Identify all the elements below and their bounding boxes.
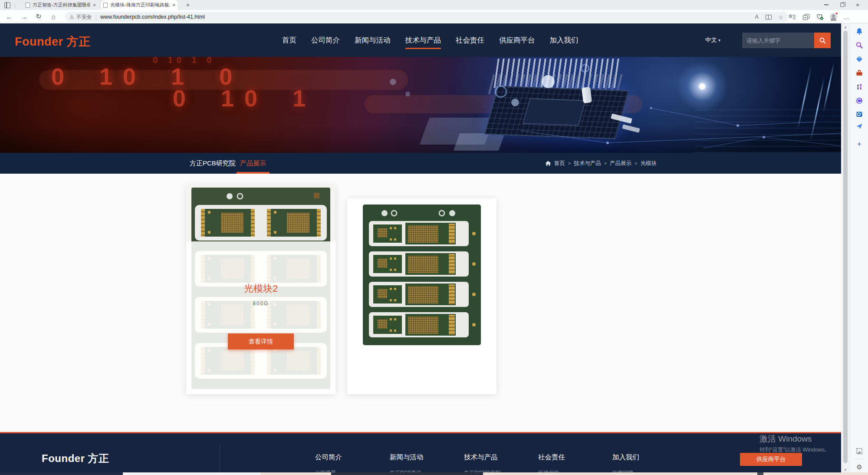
scrollbar-thumb[interactable] [843, 31, 848, 463]
send-plane-icon[interactable] [855, 122, 864, 131]
page-viewport: Founder方正 首页 公司简介 新闻与活动 技术与产品 社会责任 供应商平台… [0, 23, 841, 475]
active-underline [405, 48, 441, 49]
footer-link[interactable]: 校园招聘 [612, 469, 686, 472]
hero-banner: 0 10 1 0 0 10 1 0 0 10 1 [0, 57, 841, 153]
product-spec: 800G [186, 300, 335, 307]
product-list: 光模块2 800G 查看详情 [0, 174, 841, 432]
divider [854, 459, 865, 459]
divider [220, 445, 220, 472]
screenshot-snip-icon[interactable] [855, 447, 864, 455]
product-card-optical-module[interactable] [347, 198, 496, 394]
footer-col-title[interactable]: 技术与产品 [464, 453, 538, 462]
tab-actions-icon[interactable] [4, 2, 10, 8]
refresh-button[interactable]: ↻ [33, 11, 44, 22]
site-logo[interactable]: Founder方正 [15, 34, 91, 49]
product-card-optical-module-2[interactable]: 光模块2 800G 查看详情 [186, 185, 335, 394]
home-button[interactable]: ⌂ [48, 11, 59, 22]
crumb-tech[interactable]: 技术与产品 [574, 160, 601, 167]
back-button[interactable]: ← [3, 11, 15, 22]
view-details-button[interactable]: 查看详情 [228, 333, 294, 350]
search-input[interactable] [742, 33, 814, 48]
browser-tab-2-active[interactable]: 光模块-珠海方正印刷电路板发展 × [101, 0, 178, 10]
page-icon [103, 3, 108, 8]
footer-col-title[interactable]: 社会责任 [538, 453, 612, 462]
new-tab-button[interactable]: + [183, 0, 193, 10]
footer-col-title[interactable]: 加入我们 [612, 453, 686, 462]
favorite-star-icon[interactable]: ☆ [779, 14, 783, 20]
settings-gear-icon[interactable]: ⚙ [855, 463, 864, 472]
toolbox-icon[interactable] [855, 69, 864, 77]
forward-button[interactable]: → [18, 11, 30, 22]
footer-col-title[interactable]: 新闻与活动 [390, 453, 464, 462]
nav-item-news[interactable]: 新闻与活动 [355, 36, 391, 45]
profile-avatar[interactable] [830, 13, 837, 20]
taskbar-clock-sliver [757, 472, 763, 475]
search-button[interactable] [814, 33, 831, 48]
crumb-home[interactable]: 首页 [554, 160, 565, 167]
footer-link[interactable]: 环境保护 [538, 469, 612, 472]
subnav-tab-research[interactable]: 方正PCB研究院 [190, 153, 236, 174]
minimize-button[interactable] [819, 0, 834, 10]
crumb-separator: > [635, 161, 637, 166]
site-footer: Founder方正 公司简介 公司背景 新闻与活动 方正PCB资讯 技术与产品 … [0, 433, 841, 472]
footer-link[interactable]: 方正PCB资讯 [390, 469, 464, 472]
browser-essentials-icon[interactable] [816, 13, 824, 21]
nav-item-tech-products-active[interactable]: 技术与产品 [405, 36, 441, 45]
home-icon [545, 161, 551, 166]
taskbar-segment [331, 472, 483, 475]
outlook-icon[interactable] [855, 110, 864, 119]
collections-icon[interactable] [802, 13, 810, 21]
crumb-display[interactable]: 产品展示 [610, 160, 631, 167]
page-icon [26, 3, 30, 8]
address-bar[interactable]: ⚠ 不安全 | www.founderpcb.com/index.php/lis… [65, 12, 788, 22]
close-tab-icon[interactable]: × [93, 3, 96, 8]
footer-col-responsibility: 社会责任 环境保护 [538, 453, 612, 472]
crumb-separator: > [568, 161, 571, 166]
scroll-down-icon[interactable]: ▼ [841, 468, 850, 472]
footer-link[interactable]: 方正PCB研究院 [464, 469, 538, 472]
copilot-icon[interactable] [855, 96, 864, 105]
language-selector[interactable]: 中文▾ [705, 36, 720, 44]
crumb-separator: > [604, 161, 607, 166]
restore-button[interactable] [834, 0, 850, 10]
settings-more-icon[interactable]: … [843, 13, 850, 20]
footer-link[interactable]: 公司背景 [315, 469, 389, 472]
browser-window: 方正智造-方正科技集团股份有限 × 光模块-珠海方正印刷电路板发展 × + × … [0, 0, 868, 475]
footer-col-news: 新闻与活动 方正PCB资讯 [390, 453, 464, 472]
nav-item-responsibility[interactable]: 社会责任 [456, 36, 484, 45]
breadcrumb: 首页 > 技术与产品 > 产品展示 > 光模块 [545, 153, 657, 174]
section-subnav: 方正PCB研究院 产品展示 首页 > 技术与产品 > 产品展示 > 光模块 [0, 153, 841, 174]
footer-logo[interactable]: Founder方正 [42, 452, 109, 465]
subnav-tab-products-active[interactable]: 产品展示 [240, 153, 266, 174]
toolbar-right: … [788, 10, 850, 23]
close-window-button[interactable]: × [850, 0, 865, 10]
browser-tab-1[interactable]: 方正智造-方正科技集团股份有限 × [23, 0, 99, 10]
shopping-tag-icon[interactable] [855, 55, 864, 63]
site-search [742, 33, 831, 48]
favorites-bar-icon[interactable] [788, 13, 796, 21]
close-tab-icon[interactable]: × [172, 3, 175, 8]
main-nav: 首页 公司简介 新闻与活动 技术与产品 社会责任 供应商平台 加入我们 [282, 23, 579, 57]
nav-item-home[interactable]: 首页 [282, 36, 296, 45]
games-chess-icon[interactable] [855, 82, 864, 91]
notifications-bell-icon[interactable] [855, 27, 864, 36]
read-aloud-icon[interactable]: A [755, 14, 758, 20]
page-scrollbar[interactable]: ▲ ▼ [841, 23, 850, 475]
sidebar-search-icon[interactable] [855, 41, 864, 49]
footer-col-company: 公司简介 公司背景 [315, 453, 389, 472]
nav-item-supplier[interactable]: 供应商平台 [499, 36, 535, 45]
taskbar-sliver [0, 472, 868, 475]
tab-title: 方正智造-方正科技集团股份有限 [33, 2, 90, 8]
nav-item-company[interactable]: 公司简介 [311, 36, 340, 45]
windows-activation-watermark: 激活 Windows 转到“设置”以激活 Windows。 [760, 433, 830, 454]
nav-item-join[interactable]: 加入我们 [550, 36, 579, 45]
scroll-up-icon[interactable]: ▲ [841, 25, 850, 29]
footer-col-join: 加入我们 校园招聘 [612, 453, 686, 472]
watermark-line1: 激活 Windows [760, 433, 830, 445]
supplier-platform-button[interactable]: 供应商平台 [740, 453, 802, 466]
edge-sidebar: + ⚙ [850, 23, 868, 475]
sidebar-add-icon[interactable]: + [855, 140, 864, 148]
url-text: www.founderpcb.com/index.php/list-41.htm… [100, 14, 748, 20]
split-screen-icon[interactable] [766, 15, 772, 20]
footer-col-title[interactable]: 公司简介 [315, 453, 389, 462]
